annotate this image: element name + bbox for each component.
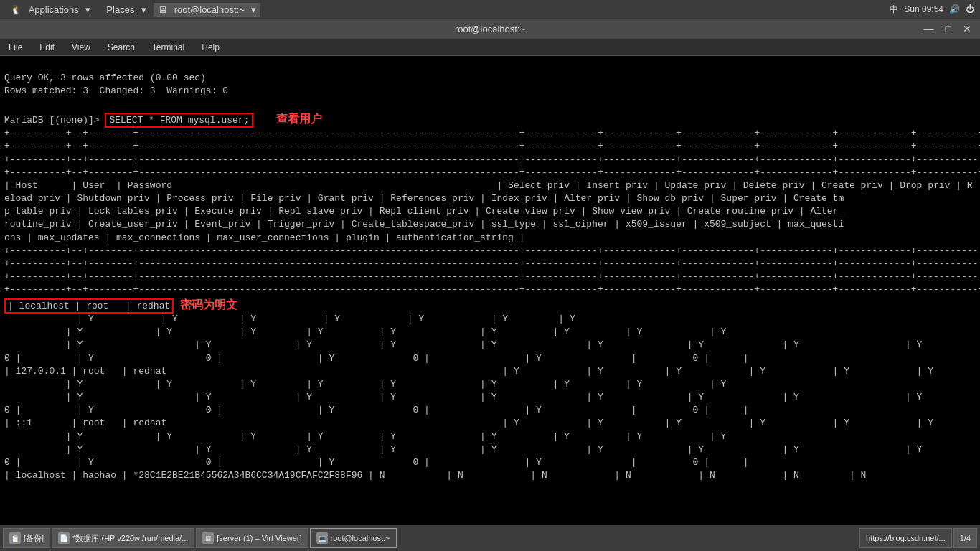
y-row5: | Y | Y | Y | Y | Y | Y | Y | Y | Y bbox=[4, 392, 922, 402]
maximize-button[interactable]: □ bbox=[943, 23, 954, 34]
num-row3: 0 | | Y 0 | | Y 0 | | Y | 0 | | bbox=[4, 457, 749, 468]
y-row6: | Y | Y | Y | Y | Y | Y | Y | Y | Y bbox=[4, 431, 726, 442]
taskbar-label-database: *数据库 (HP v220w /run/media/... bbox=[72, 533, 188, 544]
sep8: +----------+--+--------+----------------… bbox=[4, 284, 980, 295]
backup-icon: 📋 bbox=[9, 532, 21, 544]
separator-line: +----------+--+--------+----------------… bbox=[4, 128, 980, 138]
lang-indicator: 中 bbox=[890, 4, 898, 16]
menu-terminal[interactable]: Terminal bbox=[149, 41, 187, 54]
y-row3: | Y | Y | Y | Y | Y | Y | Y | Y | Y bbox=[4, 339, 922, 350]
applications-menu[interactable]: 🐧 Applications ▾ bbox=[6, 3, 95, 17]
separator-line4: +----------+--+--------+----------------… bbox=[4, 167, 980, 178]
taskbar-label-backup: [备份] bbox=[24, 533, 44, 544]
top-taskbar-left: 🐧 Applications ▾ Places ▾ 🖥 root@localho… bbox=[6, 3, 260, 17]
bottom-taskbar: 📋 [备份] 📄 *数据库 (HP v220w /run/media/... 🖥… bbox=[0, 525, 980, 551]
y-row4: | Y | Y | Y | Y | Y | Y | Y | Y | Y bbox=[4, 379, 726, 390]
y-row1: | Y | Y | Y | Y | Y | Y | Y bbox=[4, 314, 575, 324]
y-row2: | Y | Y | Y | Y | Y | Y | Y | Y | Y bbox=[4, 326, 726, 337]
sql-command-box: SELECT * FROM mysql.user; bbox=[105, 113, 253, 128]
taskbar-label-terminal: root@localhost:~ bbox=[331, 534, 390, 542]
data-row1-box: | localhost | root | redhat bbox=[4, 298, 174, 314]
power-icon[interactable]: ⏻ bbox=[966, 4, 974, 14]
sep5: +----------+--+--------+----------------… bbox=[4, 245, 980, 256]
data-row3: | ::1 | root | redhat | Y | Y | Y | Y | … bbox=[4, 418, 980, 428]
terminal-title: root@localhost:~ bbox=[455, 24, 525, 34]
close-button[interactable]: ✕ bbox=[960, 23, 974, 34]
places-menu[interactable]: Places ▾ bbox=[98, 3, 151, 17]
menu-view[interactable]: View bbox=[69, 41, 93, 54]
taskbar-page-info: 1/4 bbox=[953, 528, 977, 548]
database-icon: 📄 bbox=[58, 532, 70, 544]
data-row2: | 127.0.0.1 | root | redhat | Y | Y | Y … bbox=[4, 366, 980, 377]
menu-search[interactable]: Search bbox=[105, 41, 138, 54]
menu-file[interactable]: File bbox=[6, 41, 25, 54]
separator-line2: +----------+--+--------+----------------… bbox=[4, 141, 980, 151]
terminal-titlebar: root@localhost:~ — □ ✕ bbox=[0, 19, 980, 39]
time-display: Sun 09:54 bbox=[904, 4, 943, 14]
terminal-menu[interactable]: 🖥 root@localhost:~ ▾ bbox=[154, 3, 260, 17]
page-number: 1/4 bbox=[960, 534, 971, 542]
menu-help[interactable]: Help bbox=[199, 41, 222, 54]
terminal-icon: 💻 bbox=[316, 532, 328, 544]
header-row: | Host | User | Password | Select_priv |… bbox=[4, 180, 973, 191]
top-taskbar: 🐧 Applications ▾ Places ▾ 🖥 root@localho… bbox=[0, 0, 980, 19]
annotation-view-users: 查看用户 bbox=[276, 113, 322, 125]
annotation-plaintext: 密码为明文 bbox=[174, 298, 237, 311]
header-row4: routine_priv | Create_user_priv | Event_… bbox=[4, 219, 844, 230]
num-row1: 0 | | Y 0 | | Y 0 | | Y | 0 | | bbox=[4, 353, 749, 364]
data-row4: | localhost | haohao | *28C1E2BE21B45562… bbox=[4, 470, 866, 481]
query-result-line1: Query OK, 3 rows affected (0.00 sec) Row… bbox=[4, 72, 228, 96]
separator-line3: +----------+--+--------+----------------… bbox=[4, 154, 980, 165]
taskbar-item-database[interactable]: 📄 *数据库 (HP v220w /run/media/... bbox=[52, 528, 194, 548]
terminal-menubar: File Edit View Search Terminal Help bbox=[0, 39, 980, 56]
menu-edit[interactable]: Edit bbox=[37, 41, 57, 54]
top-taskbar-right: 中 Sun 09:54 🔊 ⏻ bbox=[890, 4, 974, 16]
prompt: MariaDB [(none)]> bbox=[4, 115, 105, 126]
minimize-button[interactable]: — bbox=[921, 23, 937, 34]
sep6: +----------+--+--------+----------------… bbox=[4, 258, 980, 269]
taskbar-item-backup[interactable]: 📋 [备份] bbox=[3, 528, 50, 548]
terminal-window: root@localhost:~ — □ ✕ File Edit View Se… bbox=[0, 19, 980, 525]
virt-icon: 🖥 bbox=[202, 532, 214, 544]
header-row3: p_table_priv | Lock_tables_priv | Execut… bbox=[4, 206, 844, 217]
header-row2: eload_priv | Shutdown_priv | Process_pri… bbox=[4, 193, 844, 204]
taskbar-item-virt[interactable]: 🖥 [server (1) – Virt Viewer] bbox=[196, 528, 308, 548]
window-controls: — □ ✕ bbox=[921, 19, 974, 39]
sep7: +----------+--+--------+----------------… bbox=[4, 271, 980, 282]
taskbar-url[interactable]: https://blog.csdn.net/... bbox=[859, 528, 952, 548]
volume-icon[interactable]: 🔊 bbox=[949, 4, 960, 14]
terminal-content[interactable]: Query OK, 3 rows affected (0.00 sec) Row… bbox=[0, 56, 980, 525]
taskbar-label-virt: [server (1) – Virt Viewer] bbox=[217, 534, 301, 542]
taskbar-item-terminal[interactable]: 💻 root@localhost:~ bbox=[310, 528, 397, 548]
num-row2: 0 | | Y 0 | | Y 0 | | Y | 0 | | bbox=[4, 405, 749, 415]
url-label: https://blog.csdn.net/... bbox=[866, 534, 946, 542]
y-row7: | Y | Y | Y | Y | Y | Y | Y | Y | Y bbox=[4, 444, 922, 455]
header-row5: ons | max_updates | max_connections | ma… bbox=[4, 232, 525, 243]
